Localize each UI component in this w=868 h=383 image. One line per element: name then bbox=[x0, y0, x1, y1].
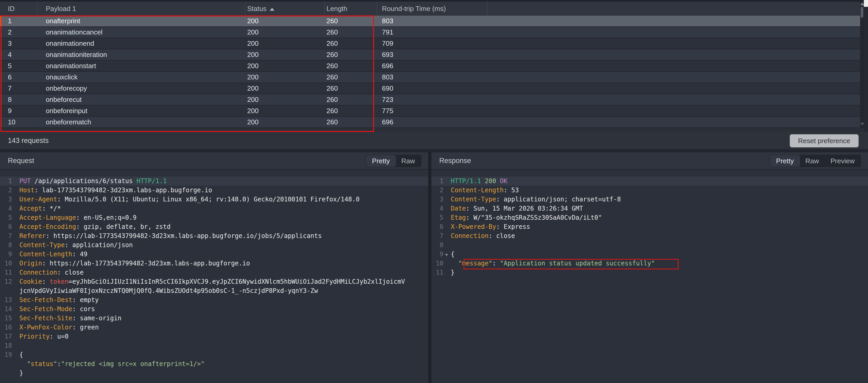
table-cell: 2 bbox=[8, 27, 11, 38]
column-separator[interactable] bbox=[487, 2, 488, 16]
column-header-payload-1[interactable]: Payload 1 bbox=[46, 2, 76, 16]
table-row[interactable]: 8onbeforecut200260723 bbox=[0, 94, 860, 106]
code-text: "message": "Application status updated s… bbox=[451, 259, 655, 268]
column-separator[interactable] bbox=[377, 2, 377, 16]
code-text: Content-Length: 53 bbox=[451, 186, 519, 195]
sort-ascending-icon bbox=[270, 8, 274, 11]
table-scrollbar-track[interactable] bbox=[860, 2, 864, 128]
code-text: X-Powered-By: Express bbox=[451, 222, 530, 232]
request-code-line: jcnVpdGVyIiwiaWF0IjoxNzczNTQ0MjQ0fQ.4Wib… bbox=[0, 286, 428, 295]
results-table-body: 1onafterprint2002608032onanimationcancel… bbox=[0, 16, 860, 128]
line-number bbox=[0, 369, 12, 378]
table-cell: 200 bbox=[247, 106, 258, 116]
table-row[interactable]: 2onanimationcancel200260791 bbox=[0, 27, 860, 38]
table-scrollbar-thumb[interactable] bbox=[861, 7, 863, 18]
response-panel-title: Response bbox=[439, 152, 471, 169]
table-cell: 260 bbox=[327, 16, 338, 26]
request-panel: Request PrettyRaw 1PUT /api/applications… bbox=[0, 152, 428, 383]
table-cell: onbeforecut bbox=[46, 94, 82, 105]
code-text: Origin: https://lab-1773543799482-3d23xm… bbox=[19, 259, 250, 268]
request-code[interactable]: 1PUT /api/applications/6/status HTTP/1.1… bbox=[0, 170, 428, 378]
line-number: 7 bbox=[0, 232, 12, 241]
table-cell: 775 bbox=[382, 106, 393, 116]
request-code-line: 9Content-Length: 49 bbox=[0, 250, 428, 259]
right-edge-strip bbox=[864, 0, 868, 132]
response-code-line: 3Content-Type: application/json; charset… bbox=[431, 195, 868, 204]
code-text: Accept-Encoding: gzip, deflate, br, zstd bbox=[19, 222, 170, 232]
table-row[interactable]: 6onauxclick200260803 bbox=[0, 72, 860, 83]
request-code-line: 17Priority: u=0 bbox=[0, 332, 428, 341]
request-code-line: 5Accept-Language: en-US,en;q=0.9 bbox=[0, 213, 428, 222]
request-code-line: "status":"rejected <img src=x onafterpri… bbox=[0, 359, 428, 369]
table-row[interactable]: 5onanimationstart200260696 bbox=[0, 61, 860, 72]
request-view-tabs: PrettyRaw bbox=[366, 155, 422, 167]
response-tab-pretty[interactable]: Pretty bbox=[770, 155, 800, 166]
line-number: 6 bbox=[431, 222, 443, 232]
response-code-line: 7Connection: close bbox=[431, 232, 868, 241]
table-cell: 690 bbox=[382, 83, 393, 94]
request-tab-pretty[interactable]: Pretty bbox=[366, 155, 396, 166]
table-cell: 8 bbox=[8, 94, 11, 105]
response-tab-raw[interactable]: Raw bbox=[800, 155, 825, 166]
column-header-length[interactable]: Length bbox=[327, 2, 347, 16]
table-cell: 260 bbox=[327, 38, 338, 49]
table-row[interactable]: 3onanimationend200260709 bbox=[0, 38, 860, 49]
fold-chevron-icon[interactable] bbox=[445, 254, 448, 256]
table-cell: 260 bbox=[327, 117, 338, 128]
intruder-attack-window: IDPayload 1StatusLengthRound-trip Time (… bbox=[0, 0, 868, 383]
panel-vertical-divider[interactable] bbox=[428, 152, 431, 383]
line-number: 1 bbox=[0, 177, 12, 186]
response-tab-preview[interactable]: Preview bbox=[825, 155, 860, 166]
column-header-id[interactable]: ID bbox=[8, 2, 14, 16]
line-number: 7 bbox=[431, 232, 443, 241]
horizontal-splitter[interactable] bbox=[0, 149, 868, 152]
table-cell: 200 bbox=[247, 38, 258, 49]
column-header-round-trip-time-ms-[interactable]: Round-trip Time (ms) bbox=[382, 2, 446, 16]
line-number bbox=[0, 286, 12, 295]
response-code[interactable]: 1HTTP/1.1 200 OK2Content-Length: 533Cont… bbox=[431, 170, 868, 277]
table-cell: 803 bbox=[382, 72, 393, 82]
line-number: 8 bbox=[0, 241, 12, 250]
request-code-line: 8Content-Type: application/json bbox=[0, 241, 428, 250]
table-cell: 696 bbox=[382, 117, 393, 128]
scrollbar-up-arrow-icon[interactable] bbox=[860, 3, 864, 5]
table-cell: 6 bbox=[8, 72, 11, 82]
line-number: 4 bbox=[431, 204, 443, 213]
column-separator[interactable] bbox=[37, 2, 37, 16]
table-cell: 200 bbox=[247, 94, 258, 105]
response-code-line: 10 "message": "Application status update… bbox=[431, 259, 868, 268]
results-table-header: IDPayload 1StatusLengthRound-trip Time (… bbox=[0, 2, 860, 16]
request-tab-raw[interactable]: Raw bbox=[396, 155, 421, 166]
response-code-line: 9{ bbox=[431, 250, 868, 259]
table-row[interactable]: 4onanimationiteration200260693 bbox=[0, 49, 860, 61]
code-text: { bbox=[451, 250, 455, 259]
table-row[interactable]: 10onbeforematch200260696 bbox=[0, 117, 860, 128]
reset-preference-button[interactable]: Reset preference bbox=[790, 134, 859, 147]
code-text: "status":"rejected <img src=x onafterpri… bbox=[19, 359, 205, 369]
table-cell: 200 bbox=[247, 72, 258, 82]
column-separator[interactable] bbox=[324, 2, 325, 16]
request-panel-header: Request PrettyRaw bbox=[0, 152, 428, 170]
table-cell: onanimationstart bbox=[46, 61, 96, 71]
table-status-bar: 143 requests Reset preference bbox=[0, 132, 868, 149]
scrollbar-down-arrow-icon[interactable] bbox=[860, 123, 864, 126]
table-row[interactable]: 1onafterprint200260803 bbox=[0, 16, 860, 27]
response-code-line: 5Etag: W/"35-okzhqSRaZSSz30SaA0CvDa/iLt0… bbox=[431, 213, 868, 222]
request-code-line: 7Referer: https://lab-1773543799482-3d23… bbox=[0, 232, 428, 241]
code-text: User-Agent: Mozilla/5.0 (X11; Ubuntu; Li… bbox=[19, 195, 360, 204]
line-number: 11 bbox=[0, 268, 12, 277]
table-row[interactable]: 7onbeforecopy200260690 bbox=[0, 83, 860, 94]
line-number: 11 bbox=[431, 268, 443, 277]
code-text: Etag: W/"35-okzhqSRaZSSz30SaA0CvDa/iLt0" bbox=[451, 213, 602, 222]
table-cell: 7 bbox=[8, 83, 11, 94]
response-code-line: 1HTTP/1.1 200 OK bbox=[431, 177, 868, 186]
column-separator[interactable] bbox=[245, 2, 245, 16]
code-text: Sec-Fetch-Dest: empty bbox=[19, 295, 99, 305]
table-cell: 260 bbox=[327, 106, 338, 116]
table-row[interactable]: 9onbeforeinput200260775 bbox=[0, 106, 860, 117]
line-number: 12 bbox=[0, 277, 12, 286]
line-number: 9 bbox=[431, 250, 443, 259]
column-header-status[interactable]: Status bbox=[247, 2, 274, 16]
line-number: 6 bbox=[0, 222, 12, 232]
line-number: 15 bbox=[0, 314, 12, 323]
